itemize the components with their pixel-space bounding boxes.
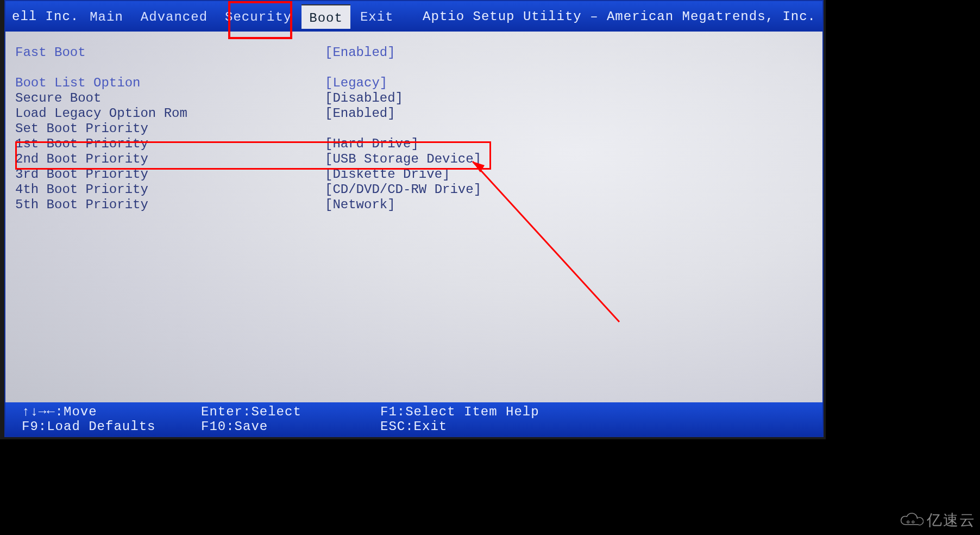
bios-header: ell Inc. Main Advanced Security Boot Exi… [5,1,822,32]
hint-defaults: F9:Load Defaults [22,419,201,434]
setting-label: 3rd Boot Priority [15,167,325,182]
setting-fast-boot[interactable]: Fast Boot [Enabled] [15,45,813,60]
setting-load-legacy-option-rom[interactable]: Load Legacy Option Rom [Enabled] [15,105,813,121]
bios-screen: ell Inc. Main Advanced Security Boot Exi… [4,0,824,437]
setting-label: Secure Boot [15,91,325,105]
hint-exit: ESC:Exit [380,419,560,434]
setting-value: [Enabled] [325,45,395,60]
setting-secure-boot[interactable]: Secure Boot [Disabled] [15,90,813,105]
footer-row-2: F9:Load Defaults F10:Save ESC:Exit [22,419,806,434]
setting-label: Set Boot Priority [15,121,325,136]
setting-label: Fast Boot [15,45,325,60]
setting-value: [Enabled] [325,106,395,121]
watermark-text: 亿速云 [927,510,976,531]
bios-footer: ↑↓→←:Move Enter:Select F1:Select Item He… [5,402,822,436]
tab-exit[interactable]: Exit [353,4,401,29]
settings-panel: Fast Boot [Enabled] Boot List Option [Le… [15,45,813,212]
setting-value: [Disabled] [325,91,403,105]
hint-select: Enter:Select [201,405,380,419]
blank-row [15,60,813,75]
setting-value: [Diskette Drive] [325,167,450,182]
setting-value: [CD/DVD/CD-RW Drive] [325,182,481,197]
vendor-label: ell Inc. [12,9,79,24]
setting-label: 1st Boot Priority [15,136,325,151]
setting-3rd-boot-priority[interactable]: 3rd Boot Priority [Diskette Drive] [15,166,813,182]
hint-move: ↑↓→←:Move [22,405,201,419]
svg-point-2 [907,521,909,523]
watermark: 亿速云 [899,510,976,531]
setting-label: 5th Boot Priority [15,197,325,212]
tab-boot[interactable]: Boot [301,4,350,29]
tab-security[interactable]: Security [217,4,299,29]
setting-label: Load Legacy Option Rom [15,106,325,121]
setting-value: [Hard Drive] [325,136,419,151]
hint-save: F10:Save [201,419,380,434]
menu-tabs: Main Advanced Security Boot Exit [82,4,401,29]
setting-boot-list-option[interactable]: Boot List Option [Legacy] [15,75,813,90]
tab-main[interactable]: Main [82,4,131,29]
setting-label: 4th Boot Priority [15,182,325,197]
setting-value: [Network] [325,197,395,212]
hint-help: F1:Select Item Help [380,405,560,419]
setting-value: [Legacy] [325,76,387,90]
svg-point-3 [912,521,914,523]
setting-label: 2nd Boot Priority [15,152,325,166]
screen-frame: ell Inc. Main Advanced Security Boot Exi… [0,0,826,439]
footer-row-1: ↑↓→←:Move Enter:Select F1:Select Item He… [22,405,806,419]
setting-set-boot-priority[interactable]: Set Boot Priority [15,121,813,136]
setting-5th-boot-priority[interactable]: 5th Boot Priority [Network] [15,197,813,212]
setting-4th-boot-priority[interactable]: 4th Boot Priority [CD/DVD/CD-RW Drive] [15,182,813,197]
setting-2nd-boot-priority[interactable]: 2nd Boot Priority [USB Storage Device] [15,151,813,166]
cloud-icon [899,511,924,530]
setting-1st-boot-priority[interactable]: 1st Boot Priority [Hard Drive] [15,136,813,151]
setting-label: Boot List Option [15,76,325,90]
tab-advanced[interactable]: Advanced [133,4,215,29]
utility-title: Aptio Setup Utility – American Megatrend… [423,9,816,24]
setting-value: [USB Storage Device] [325,152,481,166]
